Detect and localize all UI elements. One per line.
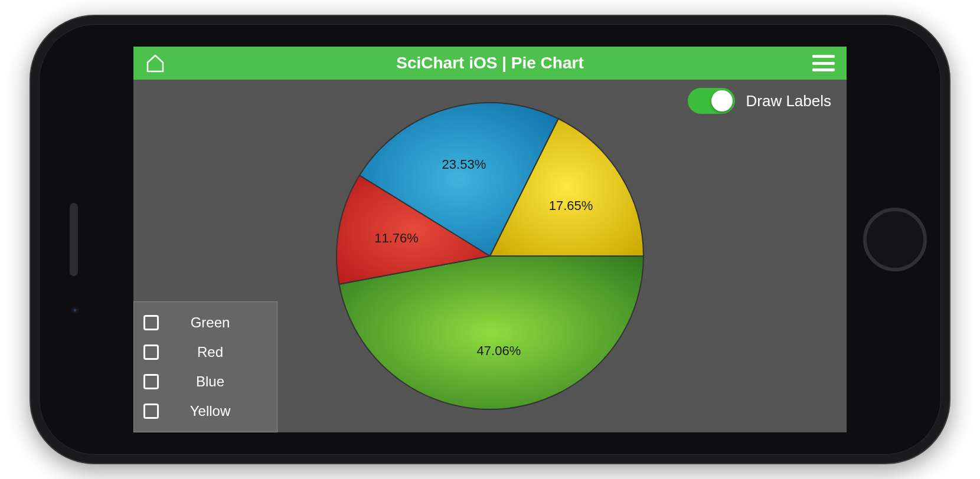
checkbox-icon[interactable] <box>143 403 159 419</box>
phone-speaker <box>70 203 78 276</box>
home-button[interactable] <box>863 208 927 271</box>
legend-label: Yellow <box>159 403 267 419</box>
legend-item-yellow[interactable]: Yellow <box>134 396 277 426</box>
phone-camera <box>71 307 79 314</box>
slice-label-red: 11.76% <box>374 231 419 245</box>
pie-slice-green[interactable] <box>339 256 643 409</box>
checkbox-icon[interactable] <box>143 315 159 330</box>
hamburger-icon[interactable] <box>812 55 835 71</box>
slice-label-yellow: 17.65% <box>549 198 593 213</box>
toggle-knob <box>711 90 733 111</box>
draw-labels-toggle[interactable] <box>688 88 735 114</box>
pie-chart-svg: 47.06%11.76%23.53%17.65% <box>325 91 655 421</box>
page-title: SciChart iOS | Pie Chart <box>396 54 583 73</box>
draw-labels-control: Draw Labels <box>688 88 831 114</box>
legend-label: Red <box>159 344 267 360</box>
draw-labels-label: Draw Labels <box>746 92 831 110</box>
checkbox-icon[interactable] <box>143 374 159 389</box>
legend-item-green[interactable]: Green <box>134 308 277 337</box>
slice-label-blue: 23.53% <box>442 157 486 172</box>
screen: SciChart iOS | Pie Chart 47.06%11.76%23.… <box>133 47 847 432</box>
legend-label: Green <box>159 314 267 331</box>
home-icon[interactable] <box>145 53 165 73</box>
navbar: SciChart iOS | Pie Chart <box>133 47 847 80</box>
legend-panel: Green Red Blue Yellow <box>133 301 277 432</box>
content-area: 47.06%11.76%23.53%17.65% Draw Labels Gre… <box>133 80 847 432</box>
phone-frame: SciChart iOS | Pie Chart 47.06%11.76%23.… <box>30 15 950 464</box>
legend-item-red[interactable]: Red <box>134 337 277 367</box>
legend-label: Blue <box>159 373 267 390</box>
legend-item-blue[interactable]: Blue <box>134 367 277 396</box>
slice-label-green: 47.06% <box>477 343 521 358</box>
checkbox-icon[interactable] <box>143 345 159 360</box>
